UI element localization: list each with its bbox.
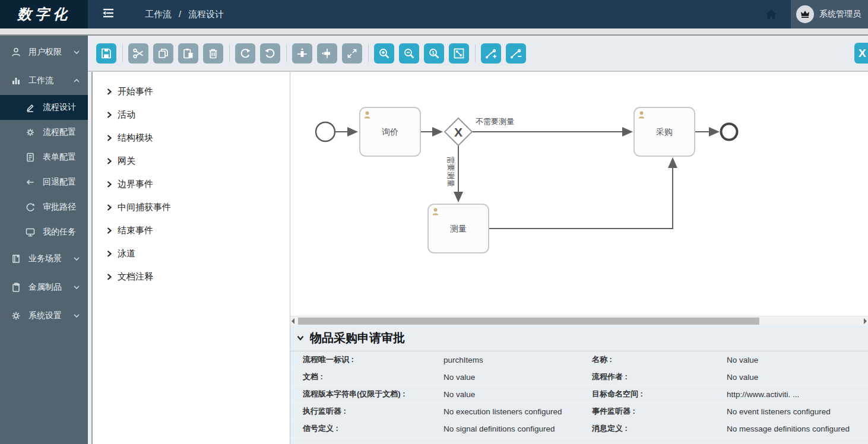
sidebar-item-rollback-config[interactable]: 回退配置 (0, 170, 88, 195)
zoom-out-icon (403, 47, 416, 60)
property-value[interactable]: No execution listeners configured (443, 407, 592, 416)
horizontal-scrollbar[interactable] (290, 316, 868, 325)
exclusive-gateway-node[interactable]: X (445, 118, 472, 145)
property-value[interactable]: No value (727, 373, 868, 382)
book-icon (11, 253, 21, 264)
home-icon[interactable] (765, 8, 778, 20)
chevron-down-icon (74, 50, 80, 55)
sidebar-item-metal-products[interactable]: 金属制品 (0, 273, 88, 302)
scroll-left-arrow[interactable] (292, 318, 294, 324)
task-measure[interactable]: 测量 (428, 204, 489, 253)
flow-measure-to-purchase[interactable] (489, 159, 673, 229)
palette-group-start-events[interactable]: 开始事件 (93, 80, 290, 103)
breadcrumb-section[interactable]: 工作流 (145, 9, 172, 20)
sidebar-item-approval-path[interactable]: 审批路径 (0, 195, 88, 220)
chevron-right-icon (107, 227, 112, 234)
task-purchase[interactable]: 采购 (634, 107, 695, 156)
property-value[interactable]: No value (727, 356, 868, 364)
export-button[interactable]: X (854, 43, 868, 64)
add-bendpoint-button[interactable] (481, 43, 501, 64)
remove-bendpoint-button[interactable] (506, 43, 526, 64)
sidebar-item-process-design[interactable]: 流程设计 (0, 95, 88, 120)
palette-group-activities[interactable]: 活动 (93, 103, 290, 126)
user-icon (11, 47, 21, 58)
user-menu[interactable]: 系统管理员 (791, 0, 868, 28)
bpmn-canvas[interactable]: 不需要测量 需要测量 询价 (290, 72, 868, 316)
palette-group-end-events[interactable]: 结束事件 (93, 219, 290, 242)
palette-group-structural[interactable]: 结构模块 (93, 126, 290, 150)
trash-icon (207, 47, 220, 60)
zoom-fit-button[interactable] (449, 43, 469, 64)
sidebar-item-form-config[interactable]: 表单配置 (0, 145, 88, 170)
property-label: 流程版本字符串(仅限于文档) : (303, 389, 443, 399)
zoom-in-icon (378, 47, 391, 60)
save-button[interactable] (96, 43, 116, 64)
collapse-sidebar-icon[interactable] (101, 7, 115, 21)
designer-toolbar: 1 X (88, 36, 868, 72)
palette-group-label: 网关 (118, 156, 135, 167)
redo-icon (239, 47, 252, 60)
bar-chart-icon (11, 75, 21, 86)
chevron-right-icon (107, 135, 112, 141)
paste-button[interactable] (178, 43, 198, 64)
properties-panel-header[interactable]: 物品采购申请审批 (290, 325, 868, 351)
svg-text:1: 1 (432, 49, 435, 55)
property-value[interactable]: http://www.activiti. ... (727, 390, 868, 399)
palette-group-gateways[interactable]: 网关 (93, 150, 290, 173)
property-value[interactable]: No event listeners configured (727, 407, 868, 416)
property-value[interactable]: purchItems (443, 356, 592, 364)
chevron-right-icon (107, 88, 112, 95)
task-inquiry[interactable]: 询价 (360, 107, 420, 156)
palette-group-intermediate-events[interactable]: 中间捕获事件 (93, 196, 290, 219)
sidebar-item-user-permissions[interactable]: 用户权限 (0, 38, 88, 66)
scissors-icon (132, 47, 145, 60)
zoom-in-button[interactable] (374, 43, 394, 64)
sidebar-item-business-scene[interactable]: 业务场景 (0, 245, 88, 273)
palette-group-label: 活动 (118, 109, 135, 120)
copy-icon (157, 47, 170, 60)
property-value[interactable]: No signal definitions configured (443, 424, 592, 433)
zoom-out-button[interactable] (399, 43, 419, 64)
start-event-node[interactable] (316, 122, 335, 141)
same-size-button[interactable] (342, 43, 362, 64)
save-floppy-icon (100, 47, 113, 60)
scroll-right-arrow[interactable] (864, 318, 867, 324)
property-value[interactable]: No value (443, 373, 592, 382)
user-name: 系统管理员 (819, 9, 861, 20)
copy-button[interactable] (153, 43, 173, 64)
sidebar-item-my-tasks[interactable]: 我的任务 (0, 220, 88, 245)
property-row: 流程唯一标识 : purchItems 名称 : No value (290, 351, 868, 369)
delete-button[interactable] (203, 43, 223, 64)
avatar (796, 5, 814, 23)
sidebar-item-process-config[interactable]: 流程配置 (0, 120, 88, 145)
sidebar-item-label: 表单配置 (43, 152, 76, 163)
property-value[interactable]: No value (443, 390, 592, 399)
align-center-button[interactable] (317, 43, 337, 64)
palette-group-boundary-events[interactable]: 边界事件 (93, 173, 290, 196)
palette-group-swimlanes[interactable]: 泳道 (93, 242, 290, 265)
align-middle-button[interactable] (292, 43, 312, 64)
end-event-node[interactable] (721, 124, 737, 140)
paste-icon (182, 47, 195, 60)
cut-button[interactable] (128, 43, 148, 64)
toolbar-separator (122, 45, 123, 62)
sidebar-item-workflow[interactable]: 工作流 (0, 66, 88, 95)
breadcrumb: 工作流 / 流程设计 (145, 9, 224, 20)
palette-group-label: 边界事件 (118, 179, 153, 190)
sidebar-item-system-settings[interactable]: 系统设置 (0, 302, 88, 330)
breadcrumb-separator: / (179, 9, 181, 20)
redo-button[interactable] (235, 43, 255, 64)
task-label: 测量 (450, 224, 467, 233)
property-row: 信号定义 : No signal definitions configured … (290, 420, 868, 437)
zoom-actual-button[interactable]: 1 (424, 43, 444, 64)
undo-button[interactable] (260, 43, 280, 64)
palette-group-annotations[interactable]: 文档注释 (93, 265, 290, 288)
property-value[interactable]: No message definitions configured (727, 424, 868, 433)
palette-group-label: 开始事件 (118, 86, 153, 97)
property-row: 文档 : No value 流程作者 : No value (290, 369, 868, 386)
scrollbar-thumb[interactable] (298, 318, 759, 325)
toolbar-separator (229, 45, 230, 62)
task-label: 采购 (656, 127, 673, 137)
sidebar-item-label: 用户权限 (28, 47, 62, 58)
chevron-up-icon (74, 78, 80, 83)
